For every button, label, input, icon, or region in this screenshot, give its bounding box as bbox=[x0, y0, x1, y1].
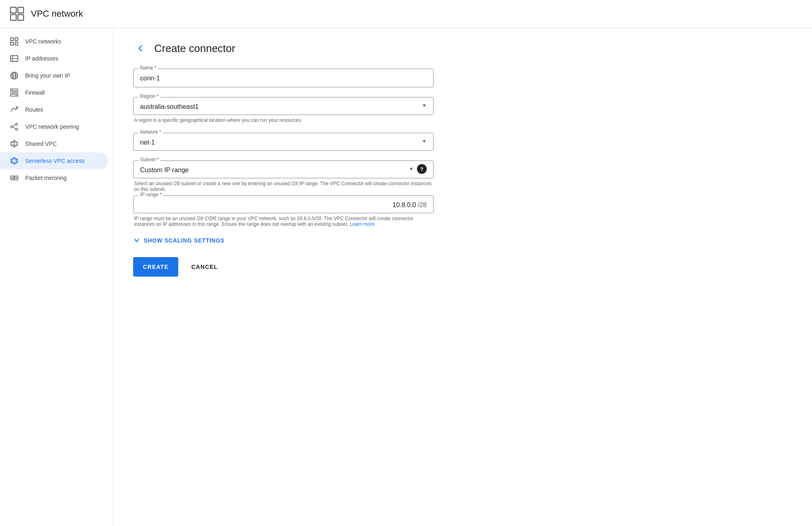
sidebar-item-bring-own-ip[interactable]: Bring your own IP bbox=[0, 67, 108, 84]
page-title: Create connector bbox=[154, 42, 235, 55]
name-field-group: Name * bbox=[133, 69, 434, 87]
sidebar-label-vpc-peering: VPC network peering bbox=[25, 123, 79, 130]
actions-row: CREATE CANCEL bbox=[133, 257, 434, 277]
sidebar-item-packet-mirroring[interactable]: Packet mirroring bbox=[0, 169, 108, 186]
svg-rect-4 bbox=[11, 38, 13, 41]
page-header: Create connector bbox=[133, 41, 793, 56]
ip-range-label: IP range * bbox=[138, 192, 163, 197]
region-label: Region * bbox=[138, 93, 160, 99]
sidebar-label-ip-addresses: IP addresses bbox=[25, 55, 58, 62]
sidebar-item-vpc-networks[interactable]: VPC networks bbox=[0, 33, 108, 50]
subnet-field-group: Subnet * Custom IP range ▼ ? Select an u… bbox=[133, 160, 434, 227]
region-select-wrapper[interactable]: Region * australia-southeast1 ▼ bbox=[133, 97, 434, 115]
svg-line-28 bbox=[13, 127, 16, 129]
serverless-icon bbox=[10, 156, 19, 165]
show-scaling-label: SHOW SCALING SETTINGS bbox=[144, 237, 225, 244]
shared-icon bbox=[10, 139, 19, 148]
sidebar-label-serverless-vpc: Serverless VPC access bbox=[25, 158, 84, 164]
region-dropdown-arrow: ▼ bbox=[422, 103, 427, 108]
network-dropdown-arrow: ▼ bbox=[422, 139, 427, 144]
ip-range-input-row: /28 bbox=[140, 199, 427, 209]
sidebar-label-routes: Routes bbox=[25, 106, 43, 113]
app-container: VPC network VPC networks bbox=[0, 0, 812, 526]
svg-rect-18 bbox=[11, 95, 18, 96]
svg-rect-7 bbox=[15, 42, 18, 45]
top-bar-title: VPC network bbox=[31, 9, 83, 19]
svg-line-27 bbox=[13, 125, 16, 126]
sidebar-label-vpc-networks: VPC networks bbox=[25, 38, 61, 45]
ip-range-wrapper: IP range * /28 bbox=[133, 195, 434, 213]
show-scaling-button[interactable]: SHOW SCALING SETTINGS bbox=[133, 237, 225, 244]
firewall-icon bbox=[10, 88, 19, 97]
subnet-hint: Select an unused /28 subnet or create a … bbox=[133, 181, 434, 192]
svg-rect-5 bbox=[15, 38, 18, 41]
svg-rect-6 bbox=[11, 42, 13, 45]
network-field-group: Network * net-1 ▼ bbox=[133, 133, 434, 151]
svg-rect-1 bbox=[18, 7, 24, 13]
create-button[interactable]: CREATE bbox=[133, 257, 178, 277]
svg-rect-16 bbox=[11, 89, 18, 91]
sidebar-label-bring-own-ip: Bring your own IP bbox=[25, 72, 70, 79]
back-button[interactable] bbox=[133, 41, 148, 56]
ip-range-suffix: /28 bbox=[418, 201, 427, 209]
ip-range-input[interactable] bbox=[367, 201, 416, 209]
region-value: australia-southeast1 bbox=[140, 101, 199, 110]
network-value: net-1 bbox=[140, 136, 155, 146]
globe-icon bbox=[10, 71, 19, 80]
sidebar-label-packet-mirroring: Packet mirroring bbox=[25, 175, 67, 181]
region-select-inner: australia-southeast1 ▼ bbox=[140, 101, 427, 110]
cancel-button[interactable]: CANCEL bbox=[188, 257, 221, 277]
svg-rect-3 bbox=[18, 15, 24, 20]
main-layout: VPC networks IP addresses bbox=[0, 28, 812, 526]
name-input[interactable] bbox=[140, 72, 427, 83]
top-bar: VPC network bbox=[0, 0, 812, 28]
peering-icon bbox=[10, 122, 19, 131]
subnet-select-inner: Custom IP range ▼ bbox=[140, 164, 414, 174]
subnet-select-wrapper[interactable]: Subnet * Custom IP range ▼ ? bbox=[133, 160, 434, 178]
subnet-inner: Custom IP range ▼ ? bbox=[140, 164, 427, 174]
sidebar-item-serverless-vpc[interactable]: Serverless VPC access bbox=[0, 152, 108, 169]
sidebar-item-vpc-peering[interactable]: VPC network peering bbox=[0, 118, 108, 135]
ip-range-hint: IP range must be an unused /28 CIDR rang… bbox=[133, 216, 434, 227]
subnet-dropdown-arrow: ▼ bbox=[409, 166, 414, 172]
subnet-label: Subnet * bbox=[138, 157, 160, 162]
network-select-wrapper[interactable]: Network * net-1 ▼ bbox=[133, 133, 434, 151]
content-area: Create connector Name * Region * a bbox=[114, 28, 812, 526]
network-select-inner: net-1 ▼ bbox=[140, 136, 427, 146]
mirror-icon bbox=[10, 173, 19, 182]
region-field-group: Region * australia-southeast1 ▼ A region… bbox=[133, 97, 434, 123]
region-hint: A region is a specific geographical loca… bbox=[133, 117, 434, 123]
svg-point-24 bbox=[11, 126, 13, 128]
learn-more-link[interactable]: Learn more bbox=[350, 221, 374, 227]
subnet-help-icon[interactable]: ? bbox=[417, 164, 427, 174]
network-label: Network * bbox=[138, 129, 163, 135]
sidebar-item-ip-addresses[interactable]: IP addresses bbox=[0, 50, 108, 67]
name-field-wrapper: Name * bbox=[133, 69, 434, 87]
scaling-section: SHOW SCALING SETTINGS bbox=[133, 237, 434, 244]
svg-marker-33 bbox=[12, 159, 16, 163]
sidebar-item-routes[interactable]: Routes bbox=[0, 101, 108, 118]
sidebar-item-shared-vpc[interactable]: Shared VPC bbox=[0, 135, 108, 152]
sidebar-label-shared-vpc: Shared VPC bbox=[25, 141, 57, 147]
form-container: Name * Region * australia-southeast1 ▼ A… bbox=[133, 69, 434, 277]
name-label: Name * bbox=[138, 65, 158, 71]
svg-rect-0 bbox=[11, 7, 16, 13]
sidebar-label-firewall: Firewall bbox=[25, 89, 45, 96]
sidebar: VPC networks IP addresses bbox=[0, 28, 114, 526]
subnet-value: Custom IP range bbox=[140, 164, 189, 174]
ip-icon bbox=[10, 54, 19, 63]
sidebar-item-firewall[interactable]: Firewall bbox=[0, 84, 108, 101]
routes-icon bbox=[10, 105, 19, 114]
grid-icon bbox=[10, 37, 19, 46]
vpc-network-icon bbox=[10, 6, 24, 21]
svg-rect-2 bbox=[11, 15, 16, 20]
